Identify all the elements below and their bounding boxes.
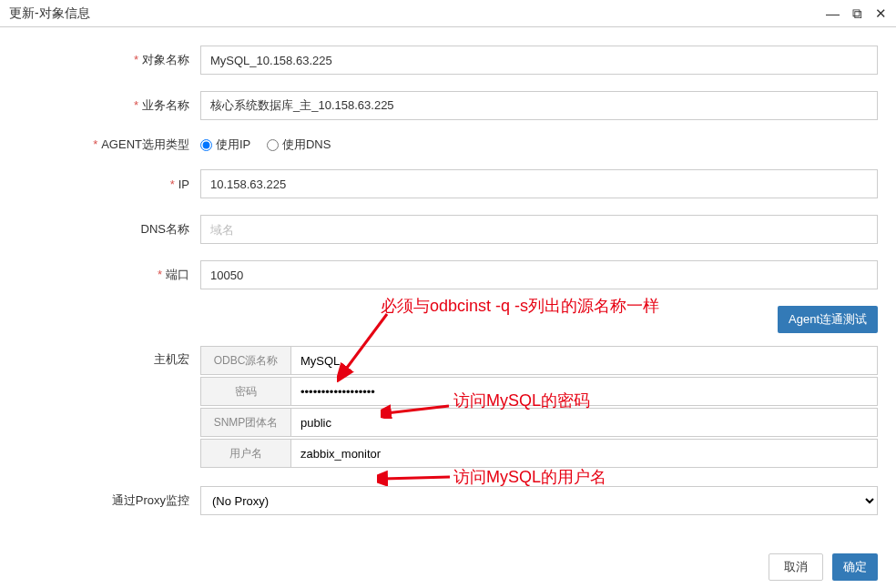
port-input[interactable]: [200, 260, 878, 289]
label-business-name: *业务名称: [18, 97, 200, 114]
row-proxy: 通过Proxy监控 (No Proxy): [18, 486, 878, 515]
ip-input[interactable]: [200, 169, 878, 198]
label-port: *端口: [18, 267, 200, 283]
macro-username: 用户名: [200, 439, 878, 468]
macro-password-label: 密码: [200, 377, 291, 406]
row-business-name: *业务名称: [18, 91, 878, 120]
window-controls: — ⧉ ✕: [826, 5, 887, 22]
macro-odbc: ODBC源名称: [200, 346, 878, 375]
footer: 取消 确定: [769, 553, 878, 581]
row-dns: DNS名称: [18, 215, 878, 244]
macro-snmp: SNMP团体名: [200, 408, 878, 437]
close-icon[interactable]: ✕: [875, 5, 887, 22]
macro-username-label: 用户名: [200, 439, 291, 468]
label-ip: *IP: [18, 177, 200, 191]
titlebar: 更新-对象信息 — ⧉ ✕: [0, 0, 896, 27]
label-host-macro: 主机宏: [18, 346, 200, 368]
label-proxy: 通过Proxy监控: [18, 492, 200, 509]
label-agent-type: *AGENT选用类型: [18, 137, 200, 153]
macro-username-input[interactable]: [291, 439, 878, 468]
dns-input[interactable]: [200, 215, 878, 244]
confirm-button[interactable]: 确定: [832, 553, 878, 581]
row-agent-type: *AGENT选用类型 使用IP 使用DNS: [18, 137, 878, 153]
agent-test-row: Agent连通测试: [18, 306, 878, 333]
cancel-button[interactable]: 取消: [769, 553, 823, 581]
macro-password-input[interactable]: [291, 377, 878, 406]
row-port: *端口: [18, 260, 878, 289]
row-host-macro: 主机宏 ODBC源名称 密码 SNMP团体名 用户名: [18, 346, 878, 470]
agent-test-button[interactable]: Agent连通测试: [778, 306, 878, 333]
maximize-icon[interactable]: ⧉: [852, 5, 862, 22]
row-object-name: *对象名称: [18, 46, 878, 75]
proxy-select[interactable]: (No Proxy): [200, 486, 878, 515]
minimize-icon[interactable]: —: [826, 5, 840, 22]
label-dns: DNS名称: [18, 221, 200, 238]
macro-password: 密码: [200, 377, 878, 406]
row-ip: *IP: [18, 169, 878, 198]
radio-use-dns[interactable]: 使用DNS: [267, 137, 331, 151]
window-title: 更新-对象信息: [9, 5, 90, 22]
macro-odbc-label: ODBC源名称: [200, 346, 291, 375]
macro-snmp-input[interactable]: [291, 408, 878, 437]
business-name-input[interactable]: [200, 91, 878, 120]
radio-use-ip[interactable]: 使用IP: [200, 137, 250, 151]
macro-odbc-input[interactable]: [291, 346, 878, 375]
form-area: *对象名称 *业务名称 *AGENT选用类型 使用IP 使用DNS *IP DN…: [0, 27, 896, 541]
label-object-name: *对象名称: [18, 52, 200, 68]
object-name-input[interactable]: [200, 46, 878, 75]
macro-snmp-label: SNMP团体名: [200, 408, 291, 437]
